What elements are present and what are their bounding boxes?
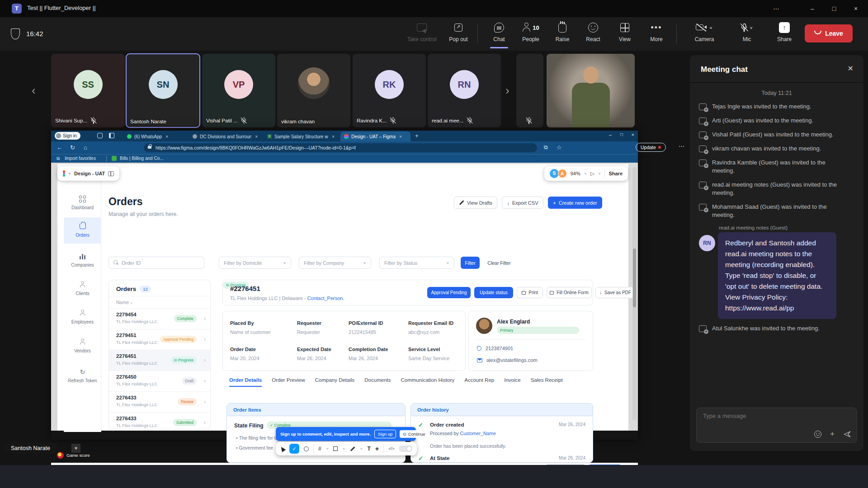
tab-dc-divisions[interactable]: DC Divisions and Surroundings× xyxy=(189,131,261,141)
tab-documents[interactable]: Documents xyxy=(364,377,391,387)
text-tool-icon[interactable]: T xyxy=(367,446,370,452)
contact-phone[interactable]: 2123874901 xyxy=(486,346,513,351)
export-csv-button[interactable]: ↓Export CSV xyxy=(502,197,543,209)
comment-tool-icon[interactable] xyxy=(304,446,309,451)
back-icon[interactable]: ← xyxy=(57,144,62,151)
name-column-header[interactable]: Name ↓ xyxy=(109,296,210,309)
tab-sales-receipt[interactable]: Sales Receipt xyxy=(531,377,563,387)
send-icon[interactable] xyxy=(843,430,851,438)
maximize-button[interactable]: □ xyxy=(824,0,844,17)
new-tab-icon[interactable]: + xyxy=(415,132,419,139)
favorites-star-icon[interactable]: ☆ xyxy=(557,144,562,151)
create-new-order-button[interactable]: +Create new order xyxy=(548,197,602,209)
share-button[interactable]: ↑ Share xyxy=(769,21,800,42)
camera-chevron-icon[interactable]: ∨ xyxy=(709,25,712,29)
video-tile-ravindra[interactable]: RK Ravindra K... xyxy=(353,54,426,127)
google-continue-button[interactable]: GContinue xyxy=(400,430,428,438)
filter-company-dropdown[interactable]: Filter by Company∨ xyxy=(299,257,371,269)
browser-more-icon[interactable]: ⋯ xyxy=(679,143,684,150)
sidebar-item-vendors[interactable]: Vendors xyxy=(64,338,101,353)
tab-close-icon[interactable]: × xyxy=(255,134,258,139)
tab-whatsapp[interactable]: (6) WhatsApp× xyxy=(123,131,187,141)
prototype-play-icon[interactable]: ▷ xyxy=(590,171,594,177)
figma-doc-pill[interactable]: ∨ Design - UAT xyxy=(57,166,119,181)
attach-plus-icon[interactable]: ＋ xyxy=(829,429,836,439)
print-button[interactable]: Print xyxy=(517,287,543,298)
contact-email[interactable]: alex@vstatefilings.com xyxy=(486,357,538,363)
frame-tool-icon[interactable]: # xyxy=(318,446,321,452)
leave-button[interactable]: Leave xyxy=(805,24,853,42)
order-row-selected[interactable]: 2276451TL Flex Holdings LLC In Progress› xyxy=(109,350,210,371)
chevron-down-icon[interactable]: ∨ xyxy=(360,447,363,450)
browser-signin-pill[interactable]: Sign in xyxy=(55,132,80,140)
chevron-down-icon[interactable]: ∨ xyxy=(598,172,601,175)
scrollbar-thumb[interactable] xyxy=(633,249,636,307)
sidebar-item-refresh-token[interactable]: ↻ Refresh Token xyxy=(64,368,101,383)
tab-company-details[interactable]: Company Details xyxy=(315,377,355,387)
chat-close-icon[interactable]: ✕ xyxy=(848,64,854,73)
filter-domicile-dropdown[interactable]: Filter by Domicile∨ xyxy=(219,257,291,269)
shape-tool-icon[interactable] xyxy=(333,446,338,451)
sidebar-item-orders[interactable]: Orders xyxy=(64,222,101,238)
close-button[interactable]: × xyxy=(845,0,866,17)
contact-person-link[interactable]: Contact_Person. xyxy=(307,296,344,301)
tab-invoice[interactable]: Invoice xyxy=(504,377,520,387)
video-tile-spotlight[interactable] xyxy=(547,54,635,127)
emoji-icon[interactable] xyxy=(814,431,821,438)
video-tile-vishal[interactable]: VP Vishal Patil ... xyxy=(202,54,275,127)
dev-mode-toggle[interactable] xyxy=(399,446,412,452)
update-status-button[interactable]: Update status xyxy=(474,287,513,298)
tab-salary-sheet[interactable]: XSample Salary Structure with calc× xyxy=(264,131,338,141)
chevron-down-icon[interactable]: ∨ xyxy=(342,447,345,450)
import-favorites-label[interactable]: Import favorites xyxy=(65,156,96,161)
browser-maximize-icon[interactable]: □ xyxy=(620,132,623,137)
minimize-button[interactable]: – xyxy=(802,0,823,17)
chat-message-list[interactable]: Today 11:21 Tejas Ingle was invited to t… xyxy=(690,83,863,401)
tab-communication-history[interactable]: Communication History xyxy=(401,377,454,387)
tab-actions-icon[interactable] xyxy=(109,133,114,138)
move-tool-icon[interactable] xyxy=(279,446,286,452)
tab-order-details[interactable]: Order Details xyxy=(229,377,262,387)
customer-name-link[interactable]: Customer_Name xyxy=(460,431,496,436)
browser-close-icon[interactable]: × xyxy=(632,132,634,137)
tab-account-rep[interactable]: Account Rep xyxy=(464,377,494,387)
zoom-level[interactable]: 94% xyxy=(571,171,580,176)
order-row[interactable]: 2279454TL Flex Holdings LLC Complete› xyxy=(109,309,210,329)
home-icon[interactable]: ⌂ xyxy=(84,144,87,151)
chevron-down-icon[interactable]: ∨ xyxy=(68,172,71,175)
fill-online-form-button[interactable]: Fill Online Form xyxy=(547,287,592,298)
tiles-scroll-left-icon[interactable]: ‹ xyxy=(32,84,36,98)
video-tile-santosh[interactable]: SN Santosh Narate xyxy=(126,54,200,127)
message-input[interactable] xyxy=(703,413,848,419)
layout-panel-icon[interactable] xyxy=(108,171,114,176)
mic-chevron-icon[interactable]: ∨ xyxy=(749,25,753,29)
presenter-pin-button[interactable]: + xyxy=(71,444,80,453)
hand-tool-selected[interactable]: ✓ xyxy=(289,444,299,454)
video-tile-shivani[interactable]: SS Shivani Sup... xyxy=(51,54,125,127)
order-row[interactable]: 2276433TL Flex Holdings LLC Review› xyxy=(109,392,210,413)
bills-bookmark-label[interactable]: Bills | Billing and Co... xyxy=(120,156,164,161)
tiles-scroll-right-icon[interactable]: › xyxy=(505,84,509,98)
order-row[interactable]: 2279451TL Flex Holdings LLC Approval Pen… xyxy=(109,329,210,350)
workspaces-icon[interactable] xyxy=(97,133,103,138)
refresh-icon[interactable]: ↻ xyxy=(70,144,75,151)
resources-tool-icon[interactable]: ✚ xyxy=(375,446,379,451)
pop-out-button[interactable]: Pop out xyxy=(439,21,477,42)
canvas-scrollbar[interactable] xyxy=(632,167,637,420)
view-drafts-button[interactable]: View Drafts xyxy=(454,197,497,209)
tab-close-icon[interactable]: × xyxy=(165,134,168,139)
sidebar-item-dashboard[interactable]: Dashboard xyxy=(64,195,101,210)
pen-tool-icon[interactable] xyxy=(350,446,355,451)
signup-button[interactable]: Sign up xyxy=(374,430,396,438)
clear-filter-button[interactable]: Clear Filter xyxy=(484,257,514,269)
camera-button[interactable]: ∨ Camera xyxy=(683,21,726,42)
approval-pending-button[interactable]: Approval Pending xyxy=(427,287,471,298)
sidebar-item-employees[interactable]: Employees xyxy=(64,309,101,324)
save-as-pdf-button[interactable]: ↓Save as PDF xyxy=(595,287,635,298)
chevron-down-icon[interactable]: ∨ xyxy=(326,447,329,450)
order-row[interactable]: 2276450TL Flex Holdings LLC Draft› xyxy=(109,371,210,392)
more-button[interactable]: ••• More xyxy=(637,21,675,42)
collaborator-avatar-a[interactable]: A xyxy=(558,169,567,178)
split-screen-icon[interactable]: ⧉ xyxy=(544,144,548,150)
collaborator-avatar-s[interactable]: S xyxy=(550,169,559,178)
